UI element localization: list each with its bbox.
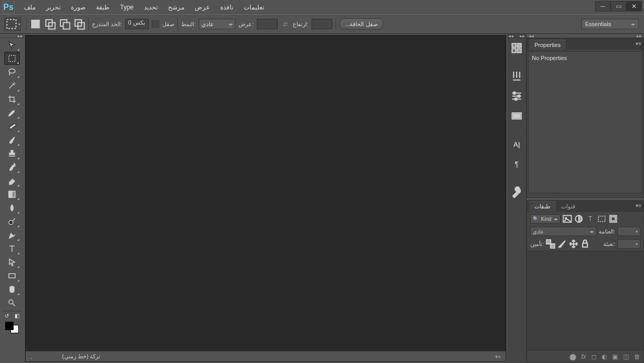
default-colors-icon[interactable]: ◧ [15, 313, 19, 319]
arrow-icon [7, 257, 17, 267]
filter-smart-button[interactable] [609, 214, 618, 224]
dock-grip[interactable]: ◂◂▸▸ [507, 34, 526, 38]
panel-menu-button[interactable]: ▾≡ [636, 41, 641, 46]
menu-select[interactable]: تحديد [139, 2, 163, 13]
menu-image[interactable]: صورة [66, 2, 91, 13]
menu-view[interactable]: عرض [189, 2, 215, 13]
brush-lock-icon [557, 239, 567, 249]
right-panels: ◂◂▸▸ Properties ▾≡ No Properties طبقات ق… [526, 34, 644, 363]
separator [336, 18, 336, 30]
add-selection-button[interactable] [44, 18, 56, 30]
dodge-tool[interactable] [4, 215, 20, 228]
lock-all-button[interactable] [580, 239, 590, 249]
layers-list[interactable] [527, 251, 643, 350]
gradient-tool[interactable] [4, 188, 20, 201]
brushes-panel-button[interactable] [510, 69, 523, 83]
pen-tool[interactable] [4, 228, 20, 241]
styles-panel-button[interactable] [510, 109, 523, 123]
shape-tool[interactable] [4, 269, 20, 282]
crop-tool[interactable] [4, 92, 20, 106]
panel-grip[interactable]: ▸▸ [0, 34, 24, 38]
filter-shape-button[interactable] [597, 214, 606, 224]
refine-edge-button[interactable]: ...صقل الحافة [339, 18, 383, 30]
filter-kind-select[interactable]: 🔍Kind◂▸ [530, 214, 560, 224]
style-select[interactable]: عادي ◂▸ [199, 19, 235, 29]
subtract-selection-button[interactable] [59, 18, 70, 30]
style-value: عادي [201, 21, 214, 28]
eraser-tool[interactable] [4, 174, 20, 187]
eyedropper-tool[interactable] [4, 106, 20, 119]
menu-help[interactable]: تعليمات [238, 2, 269, 13]
paragraph-panel-button[interactable]: ¶ [510, 157, 523, 171]
move-tool[interactable] [4, 38, 20, 51]
new-selection-button[interactable] [30, 18, 41, 30]
workspace-switcher[interactable]: Essentials ◂▸ [581, 19, 639, 29]
brush-tool[interactable] [4, 133, 20, 146]
quick-select-tool[interactable] [4, 79, 20, 92]
properties-body: No Properties [528, 51, 642, 193]
filter-adjust-button[interactable] [574, 214, 583, 224]
lock-transparency-button[interactable] [546, 239, 555, 249]
swap-colors-icon[interactable]: ↺ [5, 313, 9, 319]
text-tool[interactable] [4, 242, 20, 255]
kind-label: Kind [541, 216, 551, 222]
color-swatches[interactable] [4, 321, 20, 334]
blend-mode-select[interactable]: عادي◂▸ [530, 227, 597, 236]
history-brush-tool[interactable] [4, 160, 20, 173]
menu-type[interactable]: Type [115, 2, 139, 13]
timeline-tab[interactable]: تركة (خط زمني) [62, 353, 100, 360]
panel-menu-button[interactable]: ▾≡ [636, 203, 641, 208]
feather-input[interactable]: 0 بكس [125, 19, 149, 29]
current-tool-preset[interactable]: ▾ [4, 17, 21, 31]
menu-layer[interactable]: طبقة [91, 2, 115, 13]
intersect-selection-button[interactable] [74, 18, 85, 30]
fill-input[interactable]: ▾ [617, 239, 640, 249]
minimize-button[interactable]: ─ [595, 1, 611, 11]
swap-icon[interactable]: ⇄ [281, 21, 290, 28]
maximize-button[interactable]: ▭ [611, 1, 626, 11]
foreground-color-swatch[interactable] [5, 322, 14, 330]
path-select-tool[interactable] [4, 255, 20, 268]
menu-edit[interactable]: تحرير [41, 2, 66, 13]
layer-style-button[interactable]: fx [581, 353, 586, 360]
zoom-tool[interactable] [4, 296, 20, 309]
blur-tool[interactable] [4, 201, 20, 214]
image-icon [563, 214, 572, 224]
layers-tab[interactable]: طبقات [529, 201, 556, 212]
color-panel-button[interactable] [510, 41, 523, 55]
svg-point-20 [514, 92, 516, 94]
close-button[interactable]: ✕ [626, 1, 642, 11]
group-button[interactable]: ▣ [612, 353, 618, 360]
filter-text-button[interactable]: T [586, 214, 595, 224]
menu-filter[interactable]: مرشح [163, 2, 189, 13]
hand-tool[interactable] [4, 283, 20, 296]
healing-tool[interactable] [4, 120, 20, 133]
panels-grip[interactable]: ◂◂▸▸ [527, 34, 644, 38]
new-layer-button[interactable]: ◫ [623, 353, 629, 360]
menu-file[interactable]: ملف [19, 2, 41, 13]
delete-layer-button[interactable]: 🗑 [634, 353, 640, 360]
marquee-tool[interactable] [4, 52, 20, 65]
width-input[interactable] [257, 19, 278, 29]
tools-preset-panel-button[interactable] [510, 185, 523, 199]
adjustments-panel-button[interactable] [510, 89, 523, 103]
panel-menu-icon[interactable]: ▾≡ [495, 354, 500, 359]
character-panel-button[interactable]: A| [510, 137, 523, 151]
lock-position-button[interactable] [569, 239, 578, 249]
separator [177, 18, 178, 30]
channels-tab[interactable]: قنوات [556, 202, 580, 212]
move-icon [7, 40, 17, 50]
opacity-input[interactable]: ▾ [617, 227, 640, 236]
stamp-tool[interactable] [4, 147, 20, 160]
properties-tab[interactable]: Properties [529, 40, 566, 50]
layer-mask-button[interactable]: ◻ [591, 353, 597, 360]
menu-window[interactable]: نافذة [215, 2, 238, 13]
zoom-level[interactable]: . [31, 354, 52, 360]
filter-pixel-button[interactable] [563, 214, 572, 224]
antialias-checkbox[interactable] [152, 20, 159, 28]
lock-pixels-button[interactable] [557, 239, 567, 249]
lasso-tool[interactable] [4, 65, 20, 78]
height-input[interactable] [312, 19, 332, 29]
link-layers-button[interactable]: ⬤ [569, 353, 576, 360]
adjustment-layer-button[interactable]: ◐ [602, 353, 607, 360]
